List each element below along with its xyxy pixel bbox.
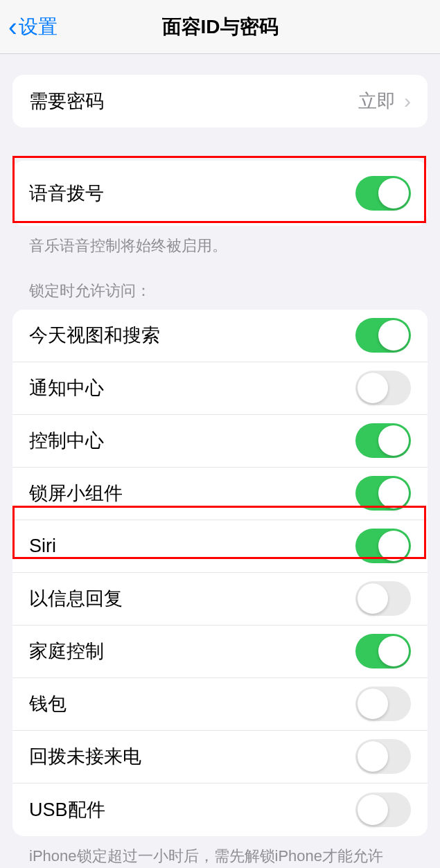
allow-access-label: 控制中心 — [29, 428, 104, 453]
allow-access-header: 锁定时允许访问： — [12, 257, 428, 310]
allow-access-row: 以信息回复 — [12, 573, 428, 626]
voice-dial-toggle[interactable] — [355, 176, 411, 211]
allow-access-row: Siri — [12, 520, 428, 573]
allow-access-toggle[interactable] — [355, 634, 411, 668]
allow-access-label: 通知中心 — [29, 375, 104, 400]
back-button[interactable]: ‹ 设置 — [0, 14, 58, 40]
passcode-group: 需要密码 立即 › — [12, 75, 428, 127]
require-passcode-row[interactable]: 需要密码 立即 › — [12, 75, 428, 127]
allow-access-row: 钱包 — [12, 678, 428, 731]
back-label: 设置 — [19, 14, 58, 40]
allow-access-label: Siri — [29, 535, 56, 557]
page-title: 面容ID与密码 — [0, 14, 440, 40]
require-passcode-label: 需要密码 — [29, 89, 104, 114]
voice-dial-label: 语音拨号 — [29, 181, 104, 206]
allow-access-row: 回拨未接来电 — [12, 731, 428, 783]
allow-access-toggle[interactable] — [355, 423, 411, 458]
allow-access-row: 今天视图和搜索 — [12, 310, 428, 362]
allow-access-row: 锁屏小组件 — [12, 468, 428, 520]
allow-access-toggle[interactable] — [355, 792, 411, 827]
allow-access-toggle[interactable] — [355, 318, 411, 353]
allow-access-toggle[interactable] — [355, 371, 411, 405]
allow-access-toggle[interactable] — [355, 581, 411, 616]
allow-access-toggle[interactable] — [355, 687, 411, 721]
allow-access-label: 家庭控制 — [29, 639, 104, 664]
allow-access-toggle[interactable] — [355, 739, 411, 774]
navigation-header: ‹ 设置 面容ID与密码 — [0, 0, 440, 54]
allow-access-label: USB配件 — [29, 797, 105, 822]
voice-dial-footer: 音乐语音控制将始终被启用。 — [12, 226, 428, 257]
allow-access-label: 回拨未接来电 — [29, 744, 141, 769]
allow-access-row: 家庭控制 — [12, 626, 428, 678]
allow-access-label: 钱包 — [29, 691, 67, 716]
allow-access-label: 今天视图和搜索 — [29, 323, 160, 348]
chevron-right-icon: › — [404, 89, 411, 113]
allow-access-group: 今天视图和搜索通知中心控制中心锁屏小组件Siri以信息回复家庭控制钱包回拨未接来… — [12, 310, 428, 836]
allow-access-label: 锁屏小组件 — [29, 481, 123, 506]
allow-access-toggle[interactable] — [355, 476, 411, 511]
allow-access-label: 以信息回复 — [29, 586, 123, 611]
voice-dial-group: 语音拨号 — [12, 161, 428, 226]
allow-access-row: 控制中心 — [12, 415, 428, 468]
allow-access-row: 通知中心 — [12, 362, 428, 415]
chevron-left-icon: ‹ — [8, 14, 17, 40]
voice-dial-row: 语音拨号 — [12, 161, 428, 226]
allow-access-row: USB配件 — [12, 783, 428, 836]
usb-footer: iPhone锁定超过一小时后，需先解锁iPhone才能允许USB配件连接。 — [12, 836, 428, 868]
allow-access-toggle[interactable] — [355, 529, 411, 563]
require-passcode-value: 立即 — [358, 89, 396, 114]
